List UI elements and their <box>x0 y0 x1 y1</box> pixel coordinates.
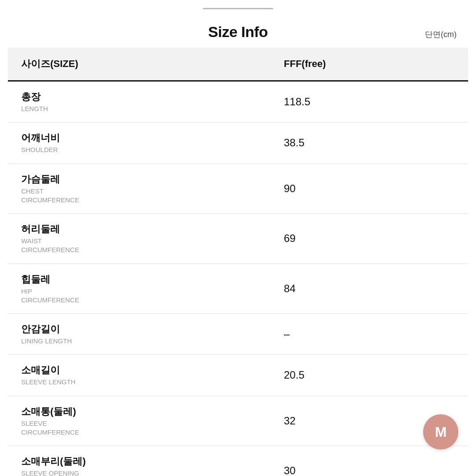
size-table-wrapper: 사이즈(SIZE) FFF(free) 총장LENGTH118.5어깨너비SHO… <box>0 48 476 476</box>
top-line-decoration <box>203 8 273 9</box>
english-label: LENGTH <box>21 104 257 113</box>
size-info-header: Size Info 단면(cm) <box>0 11 476 48</box>
page-title: Size Info <box>208 23 268 41</box>
english-label: CHESTCIRCUMFERENCE <box>21 187 257 205</box>
korean-label: 소매통(둘레) <box>21 405 257 418</box>
english-label: SLEEVE OPENINGCIRCUMFERENCE <box>21 469 257 476</box>
table-row: 소매통(둘레)SLEEVECIRCUMFERENCE32 <box>8 396 468 446</box>
row-value-cell: 84 <box>271 264 468 314</box>
table-row: 가슴둘레CHESTCIRCUMFERENCE90 <box>8 164 468 214</box>
col-size-header: 사이즈(SIZE) <box>8 48 271 81</box>
english-label: SLEEVE LENGTH <box>21 378 257 387</box>
korean-label: 안감길이 <box>21 323 257 336</box>
row-value-cell: 20.5 <box>271 355 468 396</box>
table-row: 어깨너비SHOULDER38.5 <box>8 123 468 164</box>
row-value-cell: 38.5 <box>271 123 468 164</box>
avatar-label: M <box>435 424 447 440</box>
table-header-row: 사이즈(SIZE) FFF(free) <box>8 48 468 81</box>
row-label-cell: 소매부리(둘레)SLEEVE OPENINGCIRCUMFERENCE <box>8 446 271 476</box>
english-label: WAISTCIRCUMFERENCE <box>21 237 257 255</box>
unit-label: 단면(cm) <box>425 29 457 40</box>
korean-label: 총장 <box>21 90 257 104</box>
size-table: 사이즈(SIZE) FFF(free) 총장LENGTH118.5어깨너비SHO… <box>8 48 468 476</box>
english-label: SHOULDER <box>21 145 257 154</box>
row-value-cell: 69 <box>271 214 468 264</box>
row-label-cell: 힙둘레HIPCIRCUMFERENCE <box>8 264 271 314</box>
table-row: 소매부리(둘레)SLEEVE OPENINGCIRCUMFERENCE30 <box>8 446 468 476</box>
row-label-cell: 안감길이LINING LENGTH <box>8 314 271 355</box>
table-row: 소매길이SLEEVE LENGTH20.5 <box>8 355 468 396</box>
avatar-button[interactable]: M <box>423 414 458 450</box>
english-label: LINING LENGTH <box>21 337 257 346</box>
english-label: HIPCIRCUMFERENCE <box>21 287 257 305</box>
row-label-cell: 소매길이SLEEVE LENGTH <box>8 355 271 396</box>
korean-label: 어깨너비 <box>21 131 257 145</box>
korean-label: 가슴둘레 <box>21 173 257 186</box>
col-value-header: FFF(free) <box>271 48 468 81</box>
row-value-cell: 30 <box>271 446 468 476</box>
row-label-cell: 어깨너비SHOULDER <box>8 123 271 164</box>
table-row: 안감길이LINING LENGTH– <box>8 314 468 355</box>
table-row: 총장LENGTH118.5 <box>8 81 468 123</box>
korean-label: 소매길이 <box>21 364 257 377</box>
row-value-cell: – <box>271 314 468 355</box>
table-row: 힙둘레HIPCIRCUMFERENCE84 <box>8 264 468 314</box>
top-bar <box>0 0 476 11</box>
row-label-cell: 소매통(둘레)SLEEVECIRCUMFERENCE <box>8 396 271 446</box>
korean-label: 허리둘레 <box>21 223 257 236</box>
english-label: SLEEVECIRCUMFERENCE <box>21 419 257 437</box>
row-value-cell: 118.5 <box>271 81 468 123</box>
row-value-cell: 90 <box>271 164 468 214</box>
row-label-cell: 허리둘레WAISTCIRCUMFERENCE <box>8 214 271 264</box>
korean-label: 힙둘레 <box>21 273 257 286</box>
korean-label: 소매부리(둘레) <box>21 455 257 468</box>
row-label-cell: 가슴둘레CHESTCIRCUMFERENCE <box>8 164 271 214</box>
row-label-cell: 총장LENGTH <box>8 81 271 123</box>
table-row: 허리둘레WAISTCIRCUMFERENCE69 <box>8 214 468 264</box>
